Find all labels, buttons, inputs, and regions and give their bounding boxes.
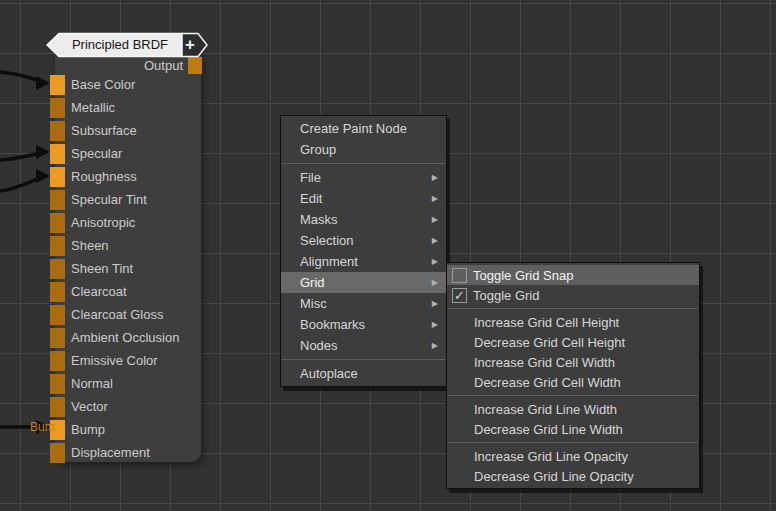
- submenu-arrow-icon: ▶: [432, 236, 438, 245]
- output-port-label: Output: [144, 58, 183, 73]
- menu-item-decrease-grid-cell-height[interactable]: Decrease Grid Cell Height: [447, 332, 699, 352]
- menu-item-label: Create Paint Node: [300, 121, 438, 136]
- menu-item-decrease-grid-line-opacity[interactable]: Decrease Grid Line Opacity: [447, 466, 699, 486]
- input-port[interactable]: [50, 443, 65, 463]
- menu-item-group[interactable]: Group: [281, 139, 446, 160]
- input-port[interactable]: [50, 351, 65, 371]
- menu-item-autoplace[interactable]: Autoplace: [281, 363, 446, 384]
- input-port-label: Sheen Tint: [71, 261, 133, 276]
- menu-item-label: Autoplace: [300, 366, 438, 381]
- menu-item-alignment[interactable]: Alignment▶: [281, 251, 446, 272]
- output-port[interactable]: [188, 57, 202, 74]
- wire-specular: [0, 153, 40, 160]
- input-port[interactable]: [50, 305, 65, 325]
- submenu-arrow-icon: ▶: [432, 194, 438, 203]
- input-port[interactable]: [50, 144, 65, 164]
- menu-item-label: Bookmarks: [300, 317, 432, 332]
- add-output-button[interactable]: +: [181, 35, 199, 55]
- input-port[interactable]: [50, 236, 65, 256]
- wire-arrowhead-icon: [36, 420, 50, 434]
- menu-item-label: Alignment: [300, 254, 432, 269]
- menu-item-label: Increase Grid Line Width: [474, 402, 691, 417]
- menu-item-toggle-grid[interactable]: ✓Toggle Grid: [447, 285, 699, 305]
- menu-item-label: Decrease Grid Line Opacity: [474, 469, 691, 484]
- menu-item-label: Increase Grid Cell Width: [474, 355, 691, 370]
- input-port-label: Roughness: [71, 169, 137, 184]
- checkmark-icon: ✓: [454, 289, 465, 302]
- menu-item-label: Nodes: [300, 338, 432, 353]
- input-port[interactable]: [50, 282, 65, 302]
- node-input-subsurface: Subsurface: [55, 119, 201, 142]
- menu-item-label: Group: [300, 142, 438, 157]
- wire-arrowhead-icon: [36, 169, 50, 183]
- menu-item-label: File: [300, 170, 432, 185]
- input-port[interactable]: [50, 190, 65, 210]
- submenu-arrow-icon: ▶: [432, 173, 438, 182]
- node-output-row: Output: [55, 57, 201, 74]
- checkbox-checked-icon[interactable]: ✓: [452, 288, 467, 303]
- input-port-label: Metallic: [71, 100, 115, 115]
- menu-item-label: Decrease Grid Cell Width: [474, 375, 691, 390]
- node-input-base-color: Base Color: [55, 73, 201, 96]
- menu-item-misc[interactable]: Misc▶: [281, 293, 446, 314]
- menu-separator: [448, 308, 698, 309]
- wire-arrowhead-icon: [36, 76, 50, 90]
- input-port[interactable]: [50, 374, 65, 394]
- menu-item-file[interactable]: File▶: [281, 167, 446, 188]
- input-port-label: Clearcoat: [71, 284, 127, 299]
- input-port-label: Displacement: [71, 445, 150, 460]
- menu-item-toggle-grid-snap[interactable]: ✓Toggle Grid Snap: [447, 265, 699, 285]
- input-port[interactable]: [50, 397, 65, 417]
- input-port-label: Specular Tint: [71, 192, 147, 207]
- menu-item-increase-grid-cell-width[interactable]: Increase Grid Cell Width: [447, 352, 699, 372]
- input-port-label: Subsurface: [71, 123, 137, 138]
- input-port-label: Base Color: [71, 77, 135, 92]
- input-port-label: Specular: [71, 146, 122, 161]
- input-port-label: Ambient Occlusion: [71, 330, 179, 345]
- input-port[interactable]: [50, 213, 65, 233]
- input-port-label: Anisotropic: [71, 215, 135, 230]
- menu-separator: [282, 163, 445, 164]
- menu-separator: [448, 442, 698, 443]
- node-input-vector: Vector: [55, 395, 201, 418]
- node-title: Principled BRDF: [60, 36, 180, 54]
- input-port[interactable]: [50, 121, 65, 141]
- menu-item-selection[interactable]: Selection▶: [281, 230, 446, 251]
- input-port-label: Vector: [71, 399, 108, 414]
- checkbox-unchecked-icon[interactable]: ✓: [452, 268, 467, 283]
- principled-brdf-node[interactable]: Output Base ColorMetallicSubsurfaceSpecu…: [55, 54, 201, 462]
- menu-item-increase-grid-line-opacity[interactable]: Increase Grid Line Opacity: [447, 446, 699, 466]
- menu-item-masks[interactable]: Masks▶: [281, 209, 446, 230]
- menu-item-decrease-grid-line-width[interactable]: Decrease Grid Line Width: [447, 419, 699, 439]
- input-port[interactable]: [50, 420, 65, 440]
- node-input-displacement: Displacement: [55, 441, 201, 464]
- menu-item-nodes[interactable]: Nodes▶: [281, 335, 446, 356]
- menu-separator: [282, 359, 445, 360]
- input-port[interactable]: [50, 75, 65, 95]
- submenu-arrow-icon: ▶: [432, 278, 438, 287]
- input-port-label: Sheen: [71, 238, 109, 253]
- menu-item-label: Increase Grid Line Opacity: [474, 449, 691, 464]
- input-port[interactable]: [50, 328, 65, 348]
- menu-item-label: Grid: [300, 275, 432, 290]
- menu-item-edit[interactable]: Edit▶: [281, 188, 446, 209]
- menu-item-increase-grid-cell-height[interactable]: Increase Grid Cell Height: [447, 312, 699, 332]
- menu-item-label: Misc: [300, 296, 432, 311]
- context-menu: Create Paint NodeGroupFile▶Edit▶Masks▶Se…: [280, 115, 447, 387]
- input-port[interactable]: [50, 98, 65, 118]
- input-port[interactable]: [50, 167, 65, 187]
- menu-item-bookmarks[interactable]: Bookmarks▶: [281, 314, 446, 335]
- menu-item-increase-grid-line-width[interactable]: Increase Grid Line Width: [447, 399, 699, 419]
- menu-item-create-paint-node[interactable]: Create Paint Node: [281, 118, 446, 139]
- input-port-label: Normal: [71, 376, 113, 391]
- menu-item-decrease-grid-cell-width[interactable]: Decrease Grid Cell Width: [447, 372, 699, 392]
- menu-item-label: Toggle Grid Snap: [473, 268, 691, 283]
- wire-base-color: [0, 72, 40, 81]
- input-port[interactable]: [50, 259, 65, 279]
- node-input-ambient-occlusion: Ambient Occlusion: [55, 326, 201, 349]
- node-input-roughness: Roughness: [55, 165, 201, 188]
- node-input-anisotropic: Anisotropic: [55, 211, 201, 234]
- menu-item-grid[interactable]: Grid▶: [281, 272, 446, 293]
- menu-item-label: Selection: [300, 233, 432, 248]
- node-graph-canvas[interactable]: Bum Output Base ColorMetallicSubsurfaceS…: [0, 0, 776, 511]
